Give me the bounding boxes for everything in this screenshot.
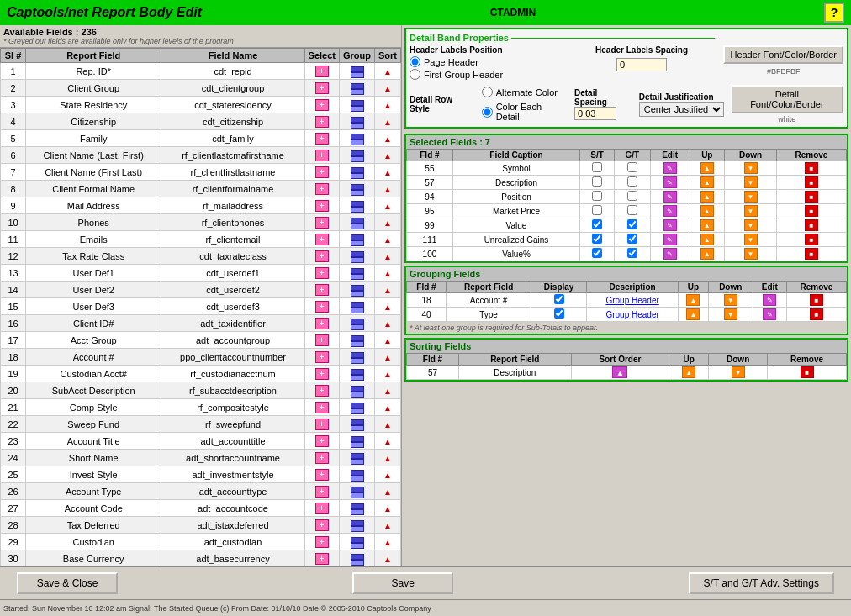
row-select-btn[interactable]: +	[304, 80, 339, 97]
gf-edit-cell[interactable]: ✎	[753, 308, 786, 322]
row-group-btn[interactable]	[340, 80, 375, 97]
first-group-header-radio[interactable]	[410, 69, 420, 80]
sf-remove-cell[interactable]: ■	[776, 233, 846, 247]
select-plus-button[interactable]: +	[315, 99, 329, 111]
select-plus-button[interactable]: +	[315, 334, 329, 346]
sf-st-cell[interactable]	[580, 218, 615, 233]
gf-display-cell[interactable]	[531, 293, 587, 308]
sf-down-cell[interactable]: ▼	[725, 161, 777, 176]
sf-edit-cell[interactable]: ✎	[650, 176, 690, 190]
row-group-btn[interactable]	[340, 248, 375, 265]
sf-remove-cell[interactable]: ■	[776, 176, 846, 190]
sort-down-cell[interactable]: ▼	[709, 366, 768, 380]
detail-font-button[interactable]: Detail Font/Color/Border	[731, 85, 843, 113]
sf-gt-cell[interactable]	[614, 190, 650, 204]
sf-gt-checkbox[interactable]	[627, 205, 637, 215]
sort-down-button[interactable]: ▼	[732, 366, 745, 378]
sf-up-cell[interactable]: ▲	[690, 233, 725, 247]
row-group-btn[interactable]	[340, 63, 375, 80]
select-plus-button[interactable]: +	[315, 519, 329, 531]
row-group-btn[interactable]	[340, 231, 375, 248]
sf-edit-cell[interactable]: ✎	[650, 218, 690, 233]
sf-up-button[interactable]: ▲	[700, 234, 714, 245]
sf-remove-button[interactable]: ■	[805, 162, 818, 174]
group-healer-link[interactable]: Group Header	[605, 296, 658, 305]
select-plus-button[interactable]: +	[315, 250, 329, 262]
select-plus-button[interactable]: +	[315, 318, 329, 329]
sf-remove-button[interactable]: ■	[805, 248, 818, 260]
sf-st-checkbox[interactable]	[592, 219, 602, 229]
sf-gt-checkbox[interactable]	[627, 234, 637, 244]
gf-down-button[interactable]: ▼	[724, 308, 737, 320]
sf-remove-button[interactable]: ■	[805, 219, 818, 231]
sf-gt-checkbox[interactable]	[627, 162, 637, 172]
select-plus-button[interactable]: +	[315, 368, 329, 380]
save-close-button[interactable]: Save & Close	[17, 572, 118, 594]
sf-remove-button[interactable]: ■	[805, 205, 818, 217]
sf-gt-cell[interactable]	[614, 176, 650, 190]
sf-edit-cell[interactable]: ✎	[650, 190, 690, 204]
row-group-btn[interactable]	[340, 282, 375, 298]
sf-remove-cell[interactable]: ■	[776, 218, 846, 233]
sf-st-cell[interactable]	[580, 204, 615, 218]
sf-st-checkbox[interactable]	[592, 176, 602, 187]
sf-edit-cell[interactable]: ✎	[650, 204, 690, 218]
row-select-btn[interactable]: +	[304, 113, 339, 130]
row-group-btn[interactable]	[340, 517, 375, 534]
row-select-btn[interactable]: +	[304, 534, 339, 550]
row-select-btn[interactable]: +	[304, 466, 339, 483]
sf-gt-cell[interactable]	[614, 204, 650, 218]
row-group-btn[interactable]	[340, 298, 375, 315]
sf-down-cell[interactable]: ▼	[725, 233, 777, 247]
sf-st-cell[interactable]	[580, 233, 615, 247]
sort-remove-button[interactable]: ■	[801, 366, 814, 378]
row-select-btn[interactable]: +	[304, 366, 339, 382]
row-group-btn[interactable]	[340, 483, 375, 500]
header-spacing-input[interactable]	[616, 58, 667, 71]
sf-down-button[interactable]: ▼	[744, 248, 758, 260]
sf-up-button[interactable]: ▲	[700, 191, 714, 203]
row-group-btn[interactable]	[340, 399, 375, 416]
sf-edit-button[interactable]: ✎	[663, 248, 677, 260]
row-group-btn[interactable]	[340, 366, 375, 382]
sf-gt-cell[interactable]	[614, 161, 650, 176]
row-group-btn[interactable]	[340, 466, 375, 483]
alternate-color-radio[interactable]	[482, 87, 493, 97]
sf-st-checkbox[interactable]	[592, 162, 602, 172]
st-adv-settings-button[interactable]: S/T and G/T Adv. Settings	[689, 572, 834, 594]
select-plus-button[interactable]: +	[315, 200, 329, 212]
row-select-btn[interactable]: +	[304, 416, 339, 433]
header-font-button[interactable]: Header Font/Color/Border	[723, 45, 843, 64]
page-header-radio[interactable]	[410, 56, 420, 67]
row-group-btn[interactable]	[340, 113, 375, 130]
sf-edit-cell[interactable]: ✎	[650, 161, 690, 176]
sort-up-cell[interactable]: ▲	[669, 366, 709, 380]
row-select-btn[interactable]: +	[304, 214, 339, 231]
row-select-btn[interactable]: +	[304, 265, 339, 282]
row-select-btn[interactable]: +	[304, 282, 339, 298]
sf-down-cell[interactable]: ▼	[725, 176, 777, 190]
sf-edit-button[interactable]: ✎	[663, 191, 677, 203]
select-plus-button[interactable]: +	[315, 267, 329, 279]
right-panels-scroll[interactable]: Selected Fields : 7 Fld # Field Caption …	[402, 131, 851, 566]
row-select-btn[interactable]: +	[304, 433, 339, 450]
select-plus-button[interactable]: +	[315, 133, 329, 145]
gf-up-button[interactable]: ▲	[686, 294, 700, 306]
detail-spacing-input[interactable]	[574, 107, 616, 120]
select-plus-button[interactable]: +	[315, 553, 329, 565]
sf-st-checkbox[interactable]	[592, 191, 602, 201]
save-button[interactable]: Save	[352, 572, 453, 594]
gf-display-checkbox[interactable]	[554, 294, 564, 304]
sf-edit-button[interactable]: ✎	[663, 234, 677, 245]
row-select-btn[interactable]: +	[304, 550, 339, 566]
row-group-btn[interactable]	[340, 214, 375, 231]
row-group-btn[interactable]	[340, 197, 375, 214]
row-group-btn[interactable]	[340, 97, 375, 113]
select-plus-button[interactable]: +	[315, 284, 329, 296]
sf-edit-cell[interactable]: ✎	[650, 247, 690, 261]
gf-display-checkbox[interactable]	[554, 308, 564, 319]
gf-edit-cell[interactable]: ✎	[753, 293, 786, 308]
select-plus-button[interactable]: +	[315, 351, 329, 363]
sf-up-cell[interactable]: ▲	[690, 218, 725, 233]
gf-down-cell[interactable]: ▼	[708, 293, 753, 308]
